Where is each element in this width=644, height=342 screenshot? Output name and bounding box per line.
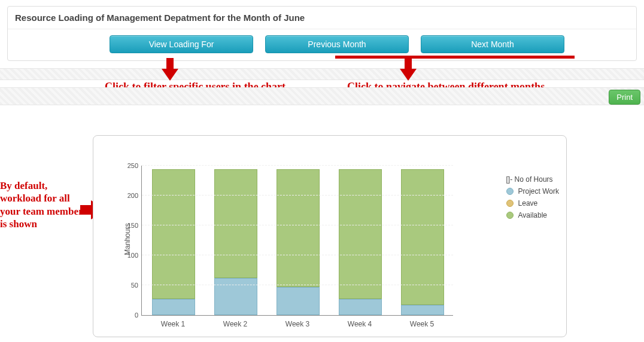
chart-x-tick: Week 1: [161, 320, 185, 328]
chart-legend: []- No of Hours Project Work Leave Avail…: [506, 172, 559, 223]
chart-x-tick: Week 4: [348, 320, 372, 328]
view-loading-for-button[interactable]: View Loading For: [110, 35, 253, 53]
previous-month-button[interactable]: Previous Month: [265, 35, 409, 53]
chart-y-tick: 200: [127, 192, 142, 199]
annotation-default-text: By default, workload for all your team m…: [0, 179, 90, 230]
chart-y-tick: 0: [135, 312, 142, 319]
legend-swatch-available-icon: [506, 212, 514, 219]
chart-bar: Week 3: [277, 166, 318, 315]
chart-x-tick: Week 5: [410, 320, 434, 328]
chart-bar: Week 5: [401, 166, 443, 315]
chart-x-tick: Week 3: [285, 320, 309, 328]
chart-y-tick: 250: [127, 162, 142, 169]
legend-label: Project Work: [518, 187, 559, 196]
chart-card: Manhours Week 1Week 2Week 3Week 4Week 5 …: [93, 135, 567, 337]
header-panel: Resource Loading of Management Depatment…: [7, 6, 637, 61]
chart-bar-segment-proj: [152, 299, 195, 315]
chart-bar-segment-proj: [277, 287, 320, 315]
chart-y-tick: 50: [131, 282, 142, 289]
legend-swatch-leave-icon: [506, 200, 514, 207]
chart-bar-segment-proj: [214, 278, 257, 315]
legend-label: Available: [518, 211, 547, 219]
legend-label: Leave: [518, 199, 538, 207]
separator-bar: [0, 68, 644, 80]
chart-bar-segment-avail: [214, 169, 257, 278]
chart-x-tick: Week 2: [223, 320, 247, 328]
toolbar-bar: Print: [0, 87, 644, 105]
annotation-underline: [335, 56, 575, 59]
chart-bar-segment-avail: [277, 169, 320, 287]
annotation-arrow-icon: [162, 69, 178, 81]
next-month-button[interactable]: Next Month: [421, 35, 564, 53]
chart-bar-segment-avail: [339, 169, 382, 299]
chart-bar: Week 2: [214, 166, 256, 315]
chart-bar: Week 4: [339, 166, 381, 315]
chart-y-tick: 150: [127, 222, 142, 229]
page-title: Resource Loading of Management Depatment…: [8, 7, 636, 29]
chart-bar: Week 1: [152, 166, 194, 315]
chart-plot-area: Week 1Week 2Week 3Week 4Week 5 050100150…: [141, 166, 453, 316]
print-button[interactable]: Print: [609, 90, 640, 105]
chart-bar-segment-proj: [339, 299, 382, 315]
legend-title: []- No of Hours: [506, 175, 553, 184]
annotation-arrow-icon: [400, 69, 417, 81]
chart-bar-segment-avail: [152, 169, 195, 299]
chart-y-tick: 100: [127, 252, 142, 259]
legend-swatch-project-icon: [506, 188, 514, 195]
chart-bar-segment-proj: [401, 305, 444, 315]
